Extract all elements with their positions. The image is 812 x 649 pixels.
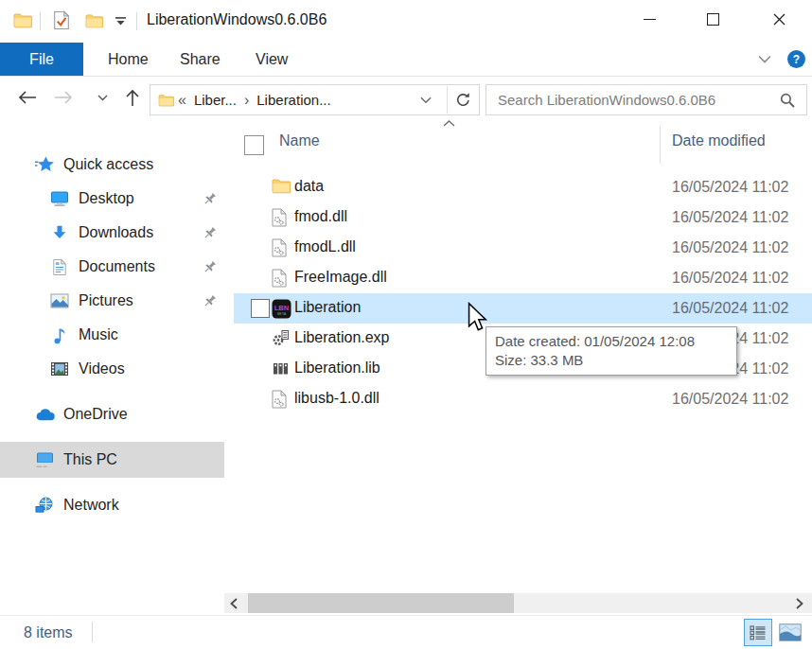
tab-view[interactable]: View — [238, 43, 305, 76]
back-button[interactable] — [12, 82, 43, 113]
file-date: 16/05/2024 11:02 — [672, 391, 788, 408]
downloads-icon — [49, 224, 70, 241]
file-date: 16/05/2024 11:02 — [672, 179, 788, 196]
thumbnail-view-icon — [779, 623, 802, 641]
sidebar-item-label: Network — [63, 497, 119, 514]
network-icon — [34, 497, 55, 514]
qat-properties-button[interactable] — [53, 10, 70, 30]
refresh-icon — [455, 92, 471, 108]
pin-icon — [203, 260, 217, 274]
tab-share[interactable]: Share — [163, 43, 238, 76]
sidebar-item-onedrive[interactable]: OneDrive — [0, 397, 258, 431]
maximize-button[interactable] — [691, 0, 734, 38]
dll-file-icon — [272, 238, 291, 257]
select-all-checkbox[interactable] — [244, 135, 264, 155]
file-name: data — [294, 178, 324, 195]
status-divider — [92, 622, 93, 642]
help-button[interactable]: ? — [787, 50, 805, 68]
file-row-fmodL-dll[interactable]: fmodL.dll 16/05/2024 11:02 — [224, 233, 812, 263]
window-title: LiberationWindows0.6.0B6 — [147, 11, 327, 28]
search-box[interactable] — [485, 84, 807, 115]
file-date: 16/05/2024 11:02 — [672, 270, 788, 287]
tab-file[interactable]: File — [0, 43, 83, 76]
search-icon[interactable] — [780, 93, 806, 108]
exp-file-icon — [272, 329, 291, 348]
file-name: FreeImage.dll — [294, 269, 387, 286]
back-arrow-icon — [18, 91, 37, 104]
address-dropdown-chevron-icon[interactable] — [420, 96, 441, 104]
file-name: Liberation.lib — [294, 360, 380, 377]
qat-new-folder-button[interactable] — [85, 13, 103, 28]
title-bar: LiberationWindows0.6.0B6 — [0, 0, 812, 43]
breadcrumb-current[interactable]: Liberation... — [253, 92, 334, 108]
sidebar-item-label: Quick access — [63, 156, 153, 173]
refresh-button[interactable] — [448, 92, 479, 108]
file-explorer-window: LiberationWindows0.6.0B6 File Home Share… — [0, 0, 812, 649]
sidebar-item-quick-access[interactable]: Quick access — [0, 148, 258, 182]
quick-access-star-icon — [34, 155, 55, 174]
thumbnail-view-button[interactable] — [776, 619, 804, 646]
file-name: fmod.dll — [294, 208, 347, 225]
mouse-cursor — [466, 302, 488, 332]
music-note-icon — [49, 326, 70, 344]
search-input[interactable] — [486, 92, 780, 108]
file-name: Liberation.exp — [294, 329, 390, 346]
sort-ascending-icon[interactable] — [443, 120, 455, 127]
details-view-button[interactable] — [744, 619, 772, 646]
sidebar-item-network[interactable]: Network — [0, 488, 258, 522]
minimize-button[interactable] — [627, 0, 671, 38]
recent-locations-chevron[interactable] — [87, 82, 117, 113]
documents-icon — [49, 258, 70, 276]
scrollbar-thumb[interactable] — [248, 593, 514, 613]
qat-customize-chevron-icon[interactable] — [115, 17, 126, 26]
tooltip-size: Size: 33.3 MB — [495, 351, 728, 370]
file-row-freeimage-dll[interactable]: FreeImage.dll 16/05/2024 11:02 — [224, 263, 812, 293]
desktop-icon — [49, 190, 70, 207]
liberation-app-icon: LBNBETA — [272, 299, 291, 318]
file-row-fmod-dll[interactable]: fmod.dll 16/05/2024 11:02 — [224, 202, 812, 233]
ribbon-tab-row: File Home Share View ? — [0, 43, 812, 77]
sidebar-item-label: OneDrive — [63, 406, 128, 423]
ribbon-expand-chevron-icon[interactable] — [758, 55, 771, 63]
up-button[interactable] — [117, 82, 148, 113]
file-row-data[interactable]: data 16/05/2024 11:02 — [224, 172, 812, 202]
file-name: fmodL.dll — [294, 238, 356, 255]
sidebar-item-this-pc[interactable]: This PC — [0, 442, 258, 478]
item-count: 8 items — [24, 624, 73, 641]
this-pc-icon — [34, 452, 55, 468]
qat-separator — [40, 12, 41, 30]
breadcrumb-parent[interactable]: Liber... — [190, 92, 240, 108]
dll-file-icon — [272, 208, 291, 227]
sidebar-item-label: Pictures — [79, 292, 133, 309]
close-button[interactable] — [757, 0, 801, 38]
dll-file-icon — [272, 390, 291, 409]
address-folder-icon — [158, 94, 174, 107]
file-info-tooltip: Date created: 01/05/2024 12:08 Size: 33.… — [485, 326, 737, 376]
navigation-toolbar: « Liber... › Liberation... — [0, 77, 812, 121]
breadcrumb-overflow-chevron[interactable]: « — [174, 92, 190, 109]
file-row-libusb-dll[interactable]: libusb-1.0.dll 16/05/2024 11:02 — [224, 384, 812, 414]
tab-home[interactable]: Home — [91, 43, 166, 76]
folder-icon — [272, 178, 291, 197]
sidebar-item-label: Music — [79, 326, 118, 343]
up-arrow-icon — [126, 89, 139, 107]
file-checkbox[interactable] — [251, 299, 270, 318]
forward-button[interactable] — [48, 82, 79, 113]
column-header-name[interactable]: Name — [279, 132, 320, 149]
videos-film-icon — [49, 361, 70, 377]
horizontal-scrollbar[interactable] — [224, 593, 812, 613]
pin-icon — [203, 192, 217, 206]
column-header-date-modified[interactable]: Date modified — [672, 132, 766, 149]
minimize-icon — [644, 19, 656, 20]
sidebar-item-label: Desktop — [79, 190, 134, 207]
scroll-right-arrow-icon[interactable] — [792, 596, 807, 611]
onedrive-cloud-icon — [34, 408, 55, 421]
status-bar: 8 items — [0, 615, 812, 649]
pictures-icon — [49, 293, 70, 308]
breadcrumb-separator-icon[interactable]: › — [240, 92, 253, 109]
file-row-liberation-selected[interactable]: LBNBETA Liberation 16/05/2024 11:02 — [224, 293, 812, 324]
scroll-left-arrow-icon[interactable] — [226, 596, 241, 611]
address-bar[interactable]: « Liber... › Liberation... — [150, 84, 480, 115]
column-divider[interactable] — [660, 126, 661, 164]
navigation-pane: Quick access Desktop Downloads Doc — [0, 120, 224, 615]
